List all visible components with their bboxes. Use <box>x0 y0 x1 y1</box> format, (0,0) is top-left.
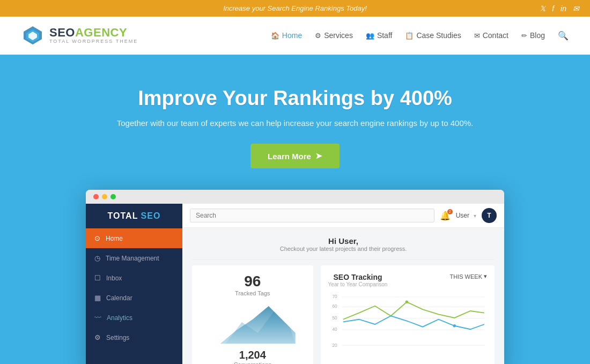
dashboard-topbar: 🔔2 User ▾ T <box>182 204 504 228</box>
seo-period-selector[interactable]: THIS WEEK ▾ <box>449 273 487 280</box>
svg-text:60: 60 <box>332 303 337 309</box>
nav-blog[interactable]: ✏Blog <box>521 31 545 40</box>
analytics-icon: 〰 <box>94 314 101 322</box>
logo-text: SEOAGENCY TOTAL WORDPRESS THEME <box>49 26 138 44</box>
logo[interactable]: SEOAGENCY TOTAL WORDPRESS THEME <box>21 24 138 47</box>
minimize-dot <box>102 194 107 199</box>
calendar-icon: ▦ <box>94 294 101 302</box>
sidebar-item-inbox[interactable]: ☐ Inbox <box>86 268 182 288</box>
greeting-sub: Checkout your latest projects and their … <box>192 246 495 252</box>
logo-icon <box>21 24 44 47</box>
mountain-chart <box>200 301 306 344</box>
sidebar-item-time[interactable]: ◷ Time Management <box>86 248 182 268</box>
svg-marker-4 <box>210 306 296 344</box>
svg-text:20: 20 <box>332 343 337 348</box>
hero-heading: Improve Your Rankings by 400% <box>11 87 579 110</box>
sidebar-item-home[interactable]: ⊙ Home <box>86 228 182 248</box>
facebook-icon[interactable]: f <box>552 4 554 13</box>
sidebar-item-calendar[interactable]: ▦ Calendar <box>86 288 182 308</box>
stats-cards: 96 Tracked Tags <box>192 265 495 364</box>
maximize-dot <box>110 194 116 199</box>
user-avatar[interactable]: T <box>482 208 497 223</box>
nav-staff[interactable]: 👥Staff <box>366 31 393 40</box>
arrow-icon: ➤ <box>315 151 322 161</box>
social-icons: 𝕏 f in ✉ <box>540 4 579 13</box>
home-icon: ⊙ <box>94 234 100 242</box>
clock-icon: ◷ <box>94 254 100 262</box>
user-menu[interactable]: User ▾ <box>456 212 476 219</box>
linkedin-icon[interactable]: in <box>560 4 566 13</box>
tracked-tags-count: 96 <box>200 273 306 290</box>
tracked-tags-card: 96 Tracked Tags <box>192 265 313 364</box>
settings-icon: ⚙ <box>94 333 101 341</box>
seo-card-header: SEO Tracking Year to Year Comparison THI… <box>328 273 487 287</box>
logo-agency: AGENCY <box>75 26 127 39</box>
dashboard-content: Hi User, Checkout your latest projects a… <box>182 228 504 364</box>
twitter-icon[interactable]: 𝕏 <box>540 4 545 13</box>
nav-home[interactable]: 🏠Home <box>271 31 302 40</box>
dashboard-sidebar: TOTAL SEO ⊙ Home ◷ Time Management ☐ Inb… <box>86 204 182 364</box>
main-nav: 🏠Home ⚙Services 👥Staff 📋Case Studies ✉Co… <box>271 31 569 41</box>
seo-line-chart: 70 60 50 40 20 <box>328 289 487 359</box>
seo-title: SEO Tracking <box>328 273 388 281</box>
conversations-count: 1,204 <box>200 349 306 361</box>
logo-sub: TOTAL WORDPRESS THEME <box>49 39 138 44</box>
sidebar-item-settings[interactable]: ⚙ Settings <box>86 328 182 347</box>
svg-text:50: 50 <box>332 315 337 321</box>
announcement-bar: Increase your Search Engine Rankings Tod… <box>0 0 590 17</box>
conversations-label: Conversations <box>200 361 306 364</box>
svg-point-16 <box>405 301 408 304</box>
header-search-icon[interactable]: 🔍 <box>558 31 569 41</box>
window-titlebar <box>86 190 504 204</box>
logo-seo: SEO <box>49 26 75 39</box>
dashboard-main: 🔔2 User ▾ T Hi User, Checkout your lates… <box>182 204 504 364</box>
seo-card-titles: SEO Tracking Year to Year Comparison <box>328 273 388 287</box>
sidebar-logo: TOTAL SEO <box>86 204 182 228</box>
dashboard-body: TOTAL SEO ⊙ Home ◷ Time Management ☐ Inb… <box>86 204 504 364</box>
hero-section: Improve Your Rankings by 400% Together w… <box>0 55 590 364</box>
learn-more-button[interactable]: Learn More ➤ <box>250 144 340 168</box>
hero-subtext: Together with our team of experts we can… <box>11 118 579 128</box>
dashboard-mockup: TOTAL SEO ⊙ Home ◷ Time Management ☐ Inb… <box>86 190 504 364</box>
greeting-text: Hi User, <box>192 236 495 246</box>
nav-case-studies[interactable]: 📋Case Studies <box>405 31 461 40</box>
inbox-icon: ☐ <box>94 274 101 282</box>
announcement-text: Increase your Search Engine Rankings Tod… <box>223 4 367 12</box>
seo-subtitle: Year to Year Comparison <box>328 281 388 287</box>
seo-tracking-card: SEO Tracking Year to Year Comparison THI… <box>321 265 495 364</box>
tracked-tags-label: Tracked Tags <box>200 290 306 296</box>
nav-contact[interactable]: ✉Contact <box>474 31 508 40</box>
chevron-down-icon: ▾ <box>474 213 476 219</box>
close-dot <box>93 194 99 199</box>
svg-text:40: 40 <box>332 326 337 332</box>
sidebar-item-analytics[interactable]: 〰 Analytics <box>86 308 182 328</box>
svg-text:70: 70 <box>332 294 337 299</box>
notification-bell[interactable]: 🔔2 <box>440 211 451 221</box>
dashboard-search[interactable] <box>190 209 434 222</box>
period-chevron-icon: ▾ <box>484 273 487 280</box>
notification-badge: 2 <box>447 209 453 214</box>
nav-services[interactable]: ⚙Services <box>315 31 353 40</box>
site-header: SEOAGENCY TOTAL WORDPRESS THEME 🏠Home ⚙S… <box>0 17 590 55</box>
content-divider <box>192 259 495 260</box>
email-icon[interactable]: ✉ <box>573 4 579 13</box>
svg-point-17 <box>453 324 456 328</box>
